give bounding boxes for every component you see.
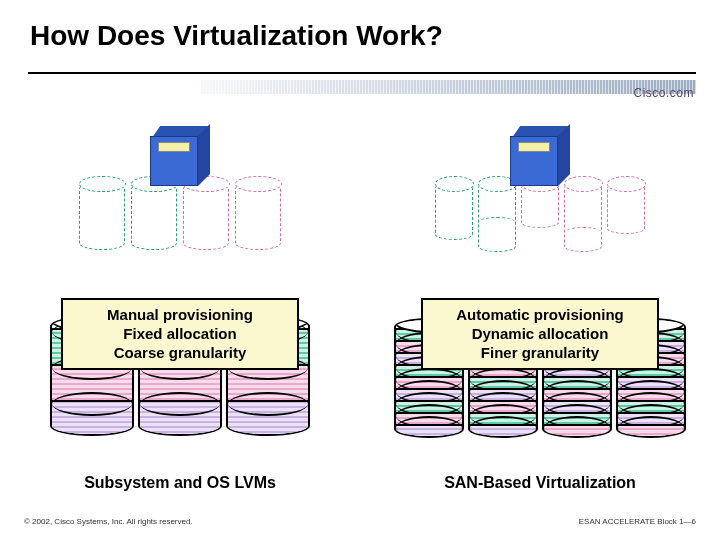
virtual-volume — [79, 182, 125, 250]
right-column: Automatic provisioning Dynamic allocatio… — [360, 120, 720, 470]
cisco-logo-text: Cisco.com — [633, 86, 694, 100]
label-line: Fixed allocation — [71, 325, 289, 344]
label-line: Dynamic allocation — [431, 325, 649, 344]
left-column: Manual provisioning Fixed allocation Coa… — [0, 120, 360, 470]
server-icon — [510, 126, 570, 196]
right-caption: SAN-Based Virtualization — [360, 474, 720, 492]
right-label-box: Automatic provisioning Dynamic allocatio… — [421, 298, 659, 370]
label-line: Finer granularity — [431, 344, 649, 363]
server-icon — [150, 126, 210, 196]
label-line: Manual provisioning — [71, 306, 289, 325]
footer-pager: ESAN ACCELERATE Block 1—6 — [579, 517, 696, 526]
left-caption: Subsystem and OS LVMs — [0, 474, 360, 492]
virtual-volume — [235, 182, 281, 250]
label-line: Coarse granularity — [71, 344, 289, 363]
slide-title: How Does Virtualization Work? — [30, 20, 443, 52]
brand-gradient-bar — [200, 80, 696, 94]
left-label-box: Manual provisioning Fixed allocation Coa… — [61, 298, 299, 370]
title-underline — [28, 72, 696, 74]
virtual-volume — [607, 182, 645, 234]
diagram-columns: Manual provisioning Fixed allocation Coa… — [0, 120, 720, 470]
label-line: Automatic provisioning — [431, 306, 649, 325]
footer-copyright: © 2002, Cisco Systems, Inc. All rights r… — [24, 517, 193, 526]
virtual-volume — [435, 182, 473, 240]
